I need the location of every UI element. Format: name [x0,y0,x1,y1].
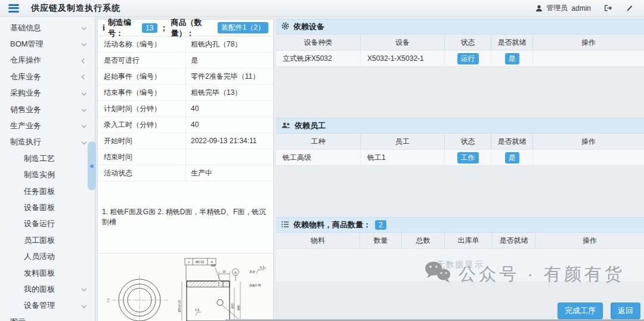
sidebar-item-bom-management[interactable]: BOM管理 [0,36,95,52]
finish-process-button[interactable]: 完成工序 [558,303,603,319]
sidebar-item-label: 制造执行 [10,137,41,147]
sidebar-item-purchase-business[interactable]: 采购业务 [0,85,95,101]
edit-pen-icon[interactable] [626,4,633,12]
sidebar-item-manufacturing-instance[interactable]: 制造实例 [0,167,95,183]
workers-section-title: 依赖员工 [295,121,326,131]
status-badge: 工作 [457,152,479,163]
form-label: 计划时间（分钟） [98,101,186,116]
drawing-others-value: 6.3 [260,266,264,269]
workers-table-header: 工种 员工 状态 是否就绪 操作 [276,134,644,150]
sidebar-item-manufacturing-execution[interactable]: 制造执行 [0,134,95,150]
device-table-row[interactable]: 立式铣床X5032 X5032-1-X5032-1 运行 是 [276,51,644,67]
people-icon [281,122,290,131]
worker-table-row[interactable]: 铣工高级 铣工1 工作 是 [276,150,644,166]
sidebar-item-my-panel[interactable]: 我的面板 [0,281,95,297]
sidebar-item-label: 制造实例 [24,169,55,180]
sidebar-collapse-handle[interactable]: « [88,141,96,190]
sidebar-item-label: 员工面板 [24,235,55,246]
back-button[interactable]: 返回 [611,303,640,319]
drawing-others-label: 其余 [249,270,255,274]
process-note: 1. 粗铣F面及G面 2. 精铣D面，半精铣D、F面，铣沉割槽 [98,181,273,254]
form-row: 活动状态生产中 [98,165,273,181]
form-value: 40 [186,101,273,116]
column-header: 操作 [535,233,644,248]
sidebar-item-warehouse-business[interactable]: 仓库业务 [0,69,95,85]
sidebar-item-diagram[interactable]: 图示 [0,314,95,321]
sidebar-item-staff-panel[interactable]: 员工面板 [0,232,95,248]
sidebar-item-label: 设备面板 [24,202,55,213]
form-row: 是否可进行是 [98,53,273,69]
form-row: 开始时间2022-09-13 21:34:11 [98,133,273,149]
logout-icon[interactable] [604,4,612,12]
form-row: 结束时间 [98,149,273,165]
mfg-no-badge: 13 [142,23,157,33]
drawing-dim-side: 7.5 [107,298,110,303]
sidebar-item-basic-info[interactable]: 基础信息 [0,20,95,36]
sidebar-item-label: 发料面板 [24,268,55,279]
drawing-chamfer-note: 倒角0.45 [249,283,261,288]
sidebar-item-label: BOM管理 [10,39,44,50]
column-header: 状态 [445,134,491,149]
drawing-tol-value: Ø0.02 [196,260,205,264]
sidebar-item-label: 任务面板 [24,186,55,197]
sidebar-item-label: 销售业务 [10,104,41,115]
worker-name-cell: 铣工1 [361,150,445,165]
worker-kind-cell: 铣工高级 [276,150,361,165]
product-badge[interactable]: 装配件1（2） [218,22,268,33]
drawing-dim-right-a: Ø25 [231,303,234,308]
form-row: 起始事件（编号）零件2准备完毕（11） [98,69,273,85]
chevron-left-icon [82,58,86,63]
form-label: 活动名称（编号） [98,36,186,52]
sidebar-item-label: 基础信息 [10,23,41,33]
footer-actions: 完成工序 返回 [558,303,640,319]
user-avatar-icon [535,5,543,12]
drawing-thread-label: M8 [211,264,216,267]
hamburger-menu-icon[interactable] [8,4,19,13]
column-header: 工种 [276,134,361,149]
header-user-area: 管理员 admin [535,3,633,13]
sidebar-item-label: 制造工艺 [24,153,55,164]
form-label: 录入工时（分钟） [98,117,186,132]
column-header: 操作 [533,35,644,50]
column-header: 数量 [360,233,402,248]
column-header: 总数 [402,233,445,248]
sidebar-item-personnel-activity[interactable]: 人员活动 [0,248,95,264]
sidebar-item-task-panel[interactable]: 任务面板 [0,183,95,199]
column-header: 物料 [276,233,360,248]
sidebar-item-sales-business[interactable]: 销售业务 [0,101,95,118]
app-header: 供应链及制造执行系统 管理员 admin [0,0,644,17]
form-value: 粗铣内孔（78） [186,36,273,52]
device-kind-cell: 立式铣床X5032 [276,51,361,66]
chevron-down-icon [82,25,86,30]
chevron-down-icon [82,139,86,144]
product-label: 商品（数量）： [171,17,215,39]
chevron-down-icon [82,286,86,291]
activity-detail-header: i 制造编号： 13 ； 商品（数量）： 装配件1（2） [98,20,273,36]
app-title: 供应链及制造执行系统 [31,3,120,14]
form-row: 录入工时（分钟）40 [98,117,273,133]
form-row: 活动名称（编号）粗铣内孔（78） [98,36,273,53]
column-header: 是否就绪 [491,134,533,149]
sidebar-item-equipment-management[interactable]: 设备管理 [0,298,95,314]
chevron-down-icon [82,107,86,112]
sidebar-item-label: 设备运行 [24,218,55,229]
sidebar-item-production-business[interactable]: 生产业务 [0,118,95,134]
sidebar-item-label: 我的面板 [24,284,55,295]
sidebar-item-label: 设备管理 [24,300,55,311]
list-icon [281,221,289,230]
materials-table-header: 物料 数量 总数 出库单 是否就绪 操作 [276,233,644,249]
sidebar-item-equipment-panel[interactable]: 设备面板 [0,199,95,215]
chevron-down-icon [82,123,86,128]
sidebar-item-equipment-running[interactable]: 设备运行 [0,216,95,232]
devices-section-header: 依赖设备 [276,19,644,35]
separator: ； [160,23,168,33]
sidebar-item-manufacturing-process[interactable]: 制造工艺 [0,150,95,166]
workers-section-header: 依赖员工 [276,118,644,134]
column-header: 状态 [445,35,491,50]
sidebar-item-label: 生产业务 [10,121,41,131]
sidebar-item-material-issue-panel[interactable]: 发料面板 [0,265,95,281]
ready-badge: 是 [505,53,519,64]
chevron-down-icon [82,41,86,46]
column-header: 员工 [361,134,445,149]
sidebar-item-warehouse-operation[interactable]: 仓库操作 [0,53,95,69]
